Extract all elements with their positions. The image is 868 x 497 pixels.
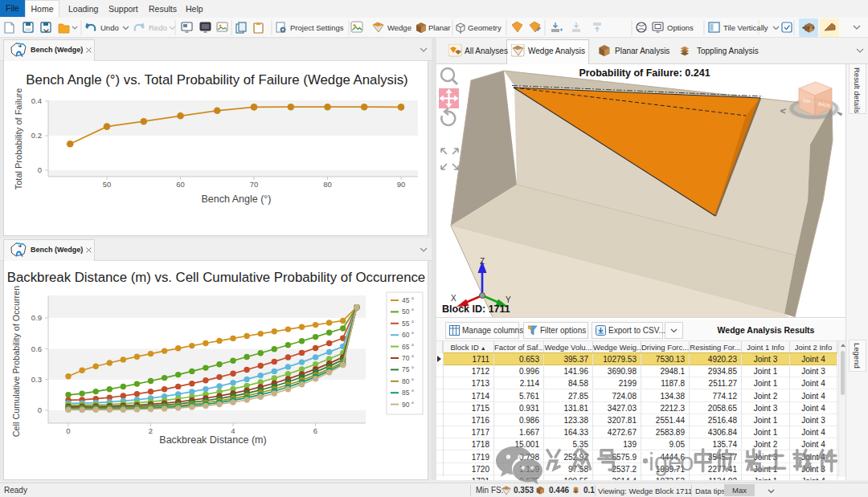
svg-text:Undo: Undo: [100, 23, 119, 32]
svg-text:0.3: 0.3: [31, 375, 42, 384]
svg-text:85 °: 85 °: [402, 389, 414, 397]
svg-text:70: 70: [250, 180, 259, 189]
svg-text:0: 0: [66, 426, 70, 435]
svg-text:Bench Angle (°): Bench Angle (°): [202, 194, 272, 205]
svg-text:Z: Z: [480, 257, 485, 266]
svg-text:Project Settings: Project Settings: [290, 23, 344, 32]
svg-text:Tile Vertically: Tile Vertically: [723, 23, 768, 32]
svg-text:0.4: 0.4: [31, 96, 42, 105]
svg-text:65 °: 65 °: [402, 343, 414, 351]
svg-text:70 °: 70 °: [402, 354, 414, 362]
svg-text:90 °: 90 °: [402, 401, 414, 409]
svg-text:Planar: Planar: [428, 23, 450, 32]
svg-text:45 °: 45 °: [402, 296, 414, 304]
svg-text:55 °: 55 °: [402, 320, 414, 328]
svg-text:80 °: 80 °: [402, 377, 414, 385]
svg-text:75 °: 75 °: [402, 365, 414, 373]
svg-text:2: 2: [149, 426, 153, 435]
svg-text:60 °: 60 °: [402, 331, 414, 339]
svg-text:0.6: 0.6: [31, 344, 42, 353]
svg-text:60: 60: [176, 180, 185, 189]
svg-text:50: 50: [103, 180, 112, 189]
svg-text:0.9: 0.9: [31, 313, 42, 322]
svg-text:0.2: 0.2: [31, 131, 42, 140]
svg-text:X: X: [451, 294, 457, 303]
svg-text:Geometry: Geometry: [468, 23, 502, 32]
svg-text:Bench Angle (°) vs. Total Prob: Bench Angle (°) vs. Total Probability of…: [26, 72, 407, 88]
svg-text:Block ID: 1711: Block ID: 1711: [442, 303, 510, 315]
svg-text:Options: Options: [667, 23, 694, 32]
svg-text:g: g: [654, 448, 668, 476]
svg-text:Backbreak Distance (m): Backbreak Distance (m): [159, 434, 266, 446]
svg-text:Redo: Redo: [149, 23, 167, 32]
svg-text:Wedge: Wedge: [387, 23, 411, 32]
svg-text:i: i: [649, 448, 654, 476]
svg-text:50 °: 50 °: [402, 308, 414, 316]
svg-text:90: 90: [397, 180, 406, 189]
svg-text:0: 0: [38, 405, 42, 414]
svg-text:Backbreak Distance (m) vs. Cel: Backbreak Distance (m) vs. Cell Cumulati…: [7, 270, 425, 285]
svg-text:o: o: [680, 448, 694, 476]
svg-text:6: 6: [313, 426, 317, 435]
svg-text:0: 0: [38, 165, 42, 174]
svg-text:Total Probability of Failure: Total Probability of Failure: [14, 88, 23, 190]
svg-text:Cell Cumulative Probability of: Cell Cumulative Probability of Occurren: [11, 286, 21, 437]
svg-text:80: 80: [323, 180, 332, 189]
svg-text:Probability of Failure: 0.241: Probability of Failure: 0.241: [579, 67, 710, 79]
